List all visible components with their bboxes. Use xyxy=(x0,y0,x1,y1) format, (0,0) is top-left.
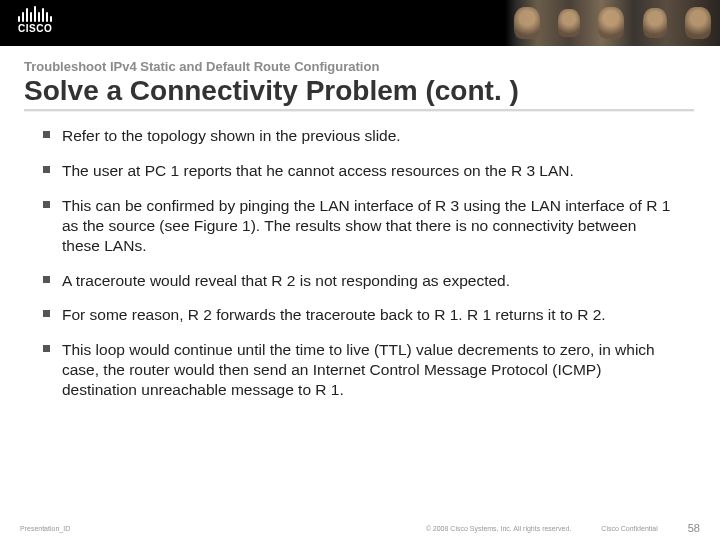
content-area: Refer to the topology shown in the previ… xyxy=(42,126,678,399)
section-label: Troubleshoot IPv4 Static and Default Rou… xyxy=(24,59,720,74)
footer: Presentation_ID © 2008 Cisco Systems, In… xyxy=(0,522,720,534)
page-title: Solve a Connectivity Problem (cont. ) xyxy=(24,76,720,105)
list-item: For some reason, R 2 forwards the tracer… xyxy=(42,305,678,325)
page-number: 58 xyxy=(688,522,700,534)
footer-confidential: Cisco Confidential xyxy=(601,525,657,532)
list-item: A traceroute would reveal that R 2 is no… xyxy=(42,271,678,291)
header-photo-strip xyxy=(505,0,720,46)
list-item: Refer to the topology shown in the previ… xyxy=(42,126,678,146)
list-item: This loop would continue until the time … xyxy=(42,340,678,399)
list-item: The user at PC 1 reports that he cannot … xyxy=(42,161,678,181)
footer-copyright: © 2008 Cisco Systems, Inc. All rights re… xyxy=(426,525,572,532)
title-divider xyxy=(24,109,694,112)
logo-text: CISCO xyxy=(18,23,52,34)
list-item: This can be confirmed by pinging the LAN… xyxy=(42,196,678,255)
cisco-logo: CISCO xyxy=(18,4,52,34)
header-bar: CISCO xyxy=(0,0,720,46)
footer-left: Presentation_ID xyxy=(20,525,70,532)
bullet-list: Refer to the topology shown in the previ… xyxy=(42,126,678,399)
logo-bars-icon xyxy=(18,4,52,22)
